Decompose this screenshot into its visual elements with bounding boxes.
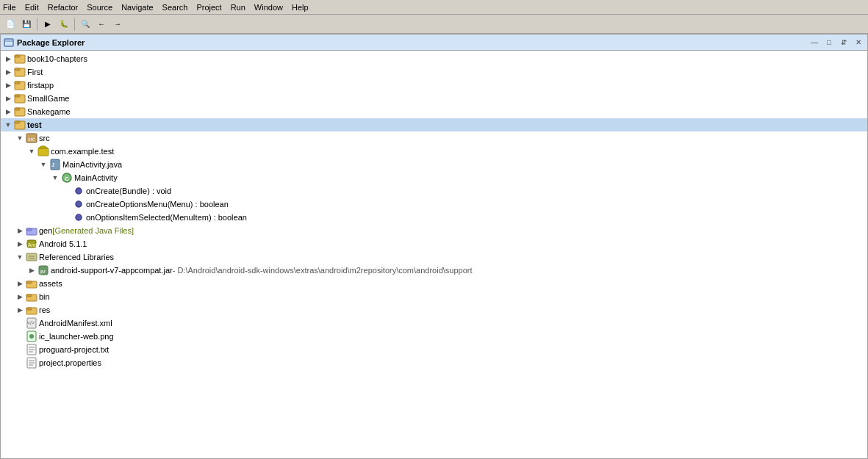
menu-project[interactable]: Project bbox=[196, 3, 221, 12]
tree-item-oncreate[interactable]: onCreate(Bundle) : void bbox=[1, 184, 867, 198]
tree-item-iclauncher[interactable]: ic_launcher-web.png bbox=[1, 330, 867, 343]
toolbar-sep2 bbox=[74, 18, 75, 31]
tree-container[interactable]: ▶book10-chapters▶First▶firstapp▶SmallGam… bbox=[1, 51, 867, 458]
panel-maximize-btn[interactable]: □ bbox=[823, 37, 835, 48]
tree-toggle-res[interactable]: ▶ bbox=[15, 306, 24, 314]
tree-label-androidmanifest: AndroidManifest.xml bbox=[39, 319, 112, 328]
tree-item-snakegame[interactable]: ▶Snakegame bbox=[1, 105, 867, 118]
tree-toggle-oncreateoptionsmenu[interactable] bbox=[62, 200, 71, 209]
tree-item-res[interactable]: ▶res bbox=[1, 303, 867, 317]
tree-item-mainactivity[interactable]: ▼CMainActivity bbox=[1, 171, 867, 184]
svg-text:C: C bbox=[65, 176, 69, 182]
tree-label-res: res bbox=[39, 306, 50, 314]
tree-toggle-onoptionsitemselected[interactable] bbox=[62, 213, 71, 222]
toolbar-run[interactable]: ▶ bbox=[40, 17, 55, 32]
menu-refactor[interactable]: Refactor bbox=[48, 3, 79, 12]
toolbar-save[interactable]: 💾 bbox=[19, 17, 34, 32]
tree-item-src[interactable]: ▼srcsrc bbox=[1, 131, 867, 145]
svg-text:jar: jar bbox=[39, 269, 46, 275]
tree-toggle-projectprops[interactable] bbox=[15, 358, 24, 367]
svg-rect-13 bbox=[15, 121, 20, 123]
tree-item-android511[interactable]: ▶AndAndroid 5.1.1 bbox=[1, 237, 867, 250]
tree-toggle-mainactivity[interactable]: ▼ bbox=[51, 173, 60, 182]
tree-toggle-gen[interactable]: ▶ bbox=[15, 226, 24, 235]
tree-toggle-book10[interactable]: ▶ bbox=[4, 54, 12, 63]
menu-edit[interactable]: Edit bbox=[25, 3, 39, 12]
toolbar-forward[interactable]: → bbox=[110, 17, 125, 32]
project-icon bbox=[14, 93, 26, 104]
menu-help[interactable]: Help bbox=[292, 3, 309, 12]
package-icon bbox=[37, 145, 49, 157]
tree-item-appcompat[interactable]: ▶jarandroid-support-v7-appcompat.jar - D… bbox=[1, 264, 867, 277]
method-icon bbox=[73, 212, 85, 223]
tree-item-assets[interactable]: ▶assets bbox=[1, 277, 867, 290]
tree-item-onoptionsitemselected[interactable]: onOptionsItemSelected(MenuItem) : boolea… bbox=[1, 211, 867, 224]
android-icon: And bbox=[26, 238, 37, 250]
svg-text:J: J bbox=[51, 162, 54, 167]
tree-toggle-smallgame[interactable]: ▶ bbox=[4, 94, 12, 103]
menu-search[interactable]: Search bbox=[162, 3, 188, 12]
tree-label-first: First bbox=[27, 68, 43, 76]
tree-toggle-assets[interactable]: ▶ bbox=[15, 279, 24, 288]
menu-navigate[interactable]: Navigate bbox=[121, 3, 153, 12]
tree-toggle-mainactivity.java[interactable]: ▼ bbox=[39, 160, 48, 169]
panel-restore-btn[interactable]: ⇵ bbox=[838, 37, 850, 48]
toolbar: 📄 💾 ▶ 🐛 🔍 ← → bbox=[0, 15, 868, 34]
tree-toggle-reflibs[interactable]: ▼ bbox=[15, 253, 24, 261]
tree-toggle-androidmanifest[interactable] bbox=[15, 319, 24, 328]
tree-item-test[interactable]: ▼test bbox=[1, 118, 867, 131]
tree-item-bin[interactable]: ▶bin bbox=[1, 290, 867, 303]
tree-label-reflibs: Referenced Libraries bbox=[39, 253, 114, 261]
method-icon bbox=[73, 185, 85, 197]
tree-toggle-firstapp[interactable]: ▶ bbox=[4, 81, 12, 90]
toolbar-search[interactable]: 🔍 bbox=[78, 17, 93, 32]
tree-toggle-proguard[interactable] bbox=[15, 345, 24, 354]
panel-close-btn[interactable]: ✕ bbox=[853, 37, 864, 48]
tree-item-proguard[interactable]: proguard-project.txt bbox=[1, 343, 867, 356]
project-icon bbox=[14, 119, 26, 131]
tree-toggle-appcompat[interactable]: ▶ bbox=[27, 266, 36, 275]
tree-item-reflibs[interactable]: ▼Referenced Libraries bbox=[1, 250, 867, 264]
menu-file[interactable]: File bbox=[3, 3, 16, 12]
tree-item-gen[interactable]: ▶gen [Generated Java Files] bbox=[1, 224, 867, 237]
tree-label-projectprops: project.properties bbox=[39, 358, 101, 367]
svg-point-24 bbox=[76, 214, 82, 220]
jar-icon: jar bbox=[37, 264, 49, 276]
tree-toggle-com.example.test[interactable]: ▼ bbox=[27, 147, 36, 156]
tree-item-first[interactable]: ▶First bbox=[1, 65, 867, 79]
tree-toggle-first[interactable]: ▶ bbox=[4, 68, 12, 76]
menu-window[interactable]: Window bbox=[254, 3, 283, 12]
menu-bar: File Edit Refactor Source Navigate Searc… bbox=[0, 0, 868, 15]
tree-toggle-iclauncher[interactable] bbox=[15, 332, 24, 341]
tree-label-book10: book10-chapters bbox=[27, 54, 87, 63]
package-explorer-panel: Package Explorer — □ ⇵ ✕ ▶book10-chapter… bbox=[0, 34, 868, 459]
tree-toggle-test[interactable]: ▼ bbox=[4, 120, 12, 129]
tree-item-book10[interactable]: ▶book10-chapters bbox=[1, 52, 867, 65]
tree-toggle-android511[interactable]: ▶ bbox=[15, 239, 24, 248]
tree-toggle-bin[interactable]: ▶ bbox=[15, 292, 24, 301]
toolbar-back[interactable]: ← bbox=[94, 17, 109, 32]
tree-label-android511: Android 5.1.1 bbox=[39, 239, 87, 248]
tree-item-com.example.test[interactable]: ▼com.example.test bbox=[1, 145, 867, 158]
tree-item-projectprops[interactable]: project.properties bbox=[1, 356, 867, 369]
tree-extra-gen: [Generated Java Files] bbox=[52, 226, 134, 235]
folder-icon bbox=[26, 304, 37, 316]
panel-minimize-btn[interactable]: — bbox=[808, 37, 820, 48]
menu-run[interactable]: Run bbox=[231, 3, 245, 12]
tree-toggle-oncreate[interactable] bbox=[62, 187, 71, 195]
toolbar-sep1 bbox=[37, 18, 37, 31]
menu-source[interactable]: Source bbox=[87, 3, 112, 12]
svg-rect-5 bbox=[15, 68, 20, 71]
tree-item-firstapp[interactable]: ▶firstapp bbox=[1, 79, 867, 92]
toolbar-new[interactable]: 📄 bbox=[3, 17, 18, 32]
tree-item-smallgame[interactable]: ▶SmallGame bbox=[1, 92, 867, 105]
tree-item-mainactivity.java[interactable]: ▼JMainActivity.java bbox=[1, 158, 867, 171]
tree-item-androidmanifest[interactable]: </>AndroidManifest.xml bbox=[1, 317, 867, 330]
tree-item-oncreateoptionsmenu[interactable]: onCreateOptionsMenu(Menu) : boolean bbox=[1, 198, 867, 211]
tree-label-assets: assets bbox=[39, 279, 62, 288]
tree-toggle-snakegame[interactable]: ▶ bbox=[4, 107, 12, 116]
svg-rect-16 bbox=[38, 148, 49, 156]
tree-toggle-src[interactable]: ▼ bbox=[15, 134, 24, 142]
toolbar-debug[interactable]: 🐛 bbox=[57, 17, 71, 32]
png-icon bbox=[26, 330, 37, 342]
